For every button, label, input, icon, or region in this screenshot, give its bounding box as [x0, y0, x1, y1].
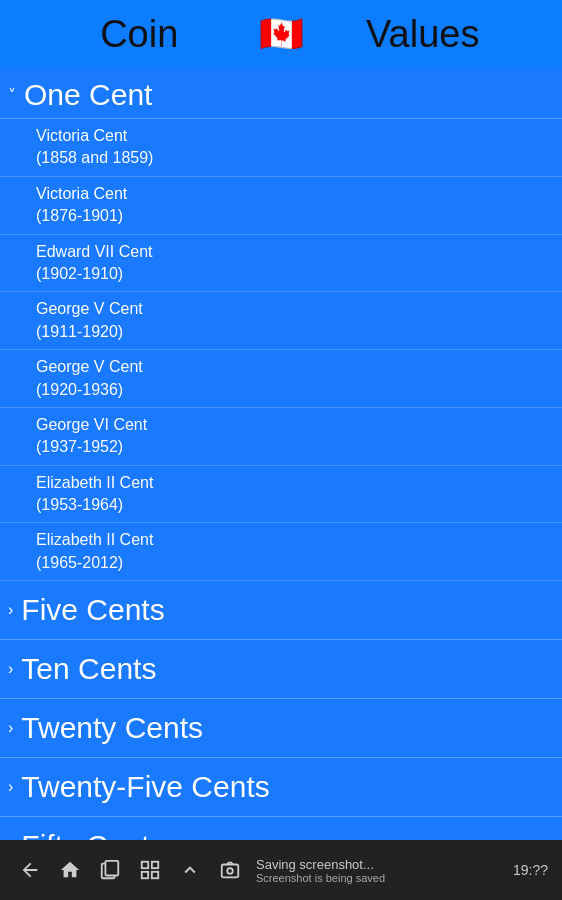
section-fifty-cents[interactable]: › Fifty Cents [0, 817, 562, 840]
header-flag: 🇨🇦 [259, 13, 304, 55]
sub-item-text: Elizabeth II Cent(1965-2012) [36, 529, 546, 574]
sub-item-text: George VI Cent(1937-1952) [36, 414, 546, 459]
section-twenty-five-cents-title: Twenty-Five Cents [21, 770, 269, 804]
section-one-cent-title: One Cent [24, 78, 152, 112]
list-item[interactable]: Elizabeth II Cent(1965-2012) [0, 523, 562, 581]
section-ten-cents-title: Ten Cents [21, 652, 156, 686]
sub-item-text: Victoria Cent(1858 and 1859) [36, 125, 546, 170]
svg-rect-6 [222, 865, 239, 878]
svg-rect-1 [105, 861, 118, 876]
section-five-cents[interactable]: › Five Cents [0, 581, 562, 640]
svg-rect-2 [142, 862, 148, 868]
app-container: Coin 🇨🇦 Values ˅ One Cent Victoria Cent(… [0, 0, 562, 900]
svg-rect-4 [142, 872, 148, 878]
list-item[interactable]: Elizabeth II Cent(1953-1964) [0, 466, 562, 524]
list-item[interactable]: George VI Cent(1937-1952) [0, 408, 562, 466]
sub-item-text: Edward VII Cent(1902-1910) [36, 241, 546, 286]
list-item[interactable]: Edward VII Cent(1902-1910) [0, 235, 562, 293]
section-fifty-cents-title: Fifty Cents [21, 829, 164, 840]
coin-list: ˅ One Cent Victoria Cent(1858 and 1859) … [0, 68, 562, 840]
header-values-label: Values [304, 13, 543, 56]
section-twenty-cents-title: Twenty Cents [21, 711, 203, 745]
section-five-cents-title: Five Cents [21, 593, 164, 627]
sub-item-text: Elizabeth II Cent(1953-1964) [36, 472, 546, 517]
status-sub-text: Screenshot is being saved [256, 872, 513, 884]
section-ten-cents[interactable]: › Ten Cents [0, 640, 562, 699]
up-arrow-button[interactable] [170, 850, 210, 890]
header: Coin 🇨🇦 Values [0, 0, 562, 68]
home-button[interactable] [50, 850, 90, 890]
list-item[interactable]: George V Cent(1911-1920) [0, 292, 562, 350]
status-saving-text: Saving screenshot... [256, 857, 513, 872]
list-item[interactable]: Victoria Cent(1876-1901) [0, 177, 562, 235]
section-twenty-five-cents[interactable]: › Twenty-Five Cents [0, 758, 562, 817]
grid-button[interactable] [130, 850, 170, 890]
header-coin-label: Coin [20, 13, 259, 56]
chevron-right-icon: › [8, 601, 13, 619]
chevron-right-icon: › [8, 660, 13, 678]
bottom-nav-bar: Saving screenshot... Screenshot is being… [0, 840, 562, 900]
svg-rect-3 [152, 862, 158, 868]
status-time: 19:?? [513, 862, 548, 878]
section-one-cent[interactable]: ˅ One Cent [0, 68, 562, 119]
sub-item-text: George V Cent(1920-1936) [36, 356, 546, 401]
back-button[interactable] [10, 850, 50, 890]
sub-item-text: George V Cent(1911-1920) [36, 298, 546, 343]
svg-rect-5 [152, 872, 158, 878]
svg-point-7 [227, 868, 233, 874]
section-twenty-cents[interactable]: › Twenty Cents [0, 699, 562, 758]
recents-button[interactable] [90, 850, 130, 890]
chevron-down-icon: ˅ [8, 86, 16, 105]
list-item[interactable]: George V Cent(1920-1936) [0, 350, 562, 408]
chevron-right-icon: › [8, 719, 13, 737]
sub-item-text: Victoria Cent(1876-1901) [36, 183, 546, 228]
list-item[interactable]: Victoria Cent(1858 and 1859) [0, 119, 562, 177]
chevron-right-icon: › [8, 778, 13, 796]
photo-button[interactable] [210, 850, 250, 890]
